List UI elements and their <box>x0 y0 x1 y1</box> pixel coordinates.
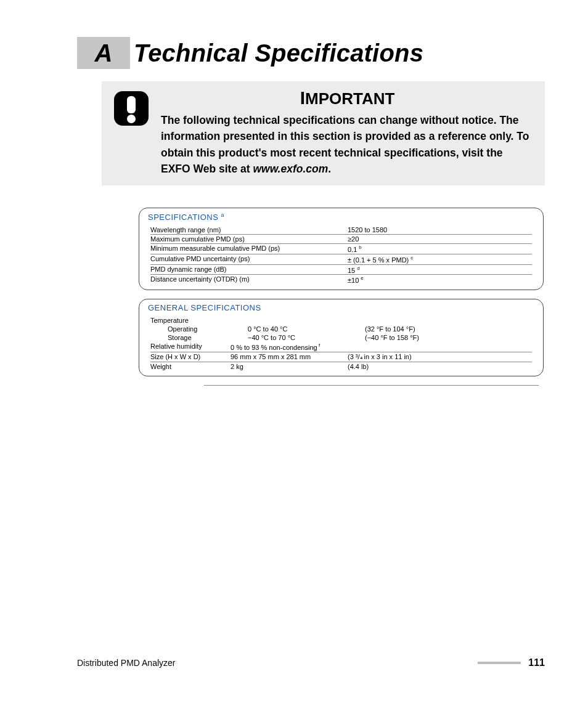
table-row: Size (H x W x D)96 mm x 75 mm x 281 mm(3… <box>150 352 532 362</box>
table-row: Wavelength range (nm)1520 to 1580 <box>150 225 532 235</box>
specifications-table: SPECIFICATIONS a Wavelength range (nm)15… <box>139 208 544 290</box>
spec-table-title: GENERAL SPECIFICATIONS <box>148 303 536 312</box>
footer-doc-title: Distributed PMD Analyzer <box>77 658 478 668</box>
table-row: Distance uncertainty (OTDR) (m)±10 e <box>150 275 532 285</box>
divider <box>204 385 539 386</box>
page-footer: Distributed PMD Analyzer 111 <box>77 657 545 668</box>
spec-table-title: SPECIFICATIONS a <box>148 212 536 222</box>
general-specifications-table: GENERAL SPECIFICATIONS Temperature Opera… <box>139 299 544 376</box>
table-row: Minimum measurable cumulative PMD (ps)0.… <box>150 244 532 254</box>
footer-bar <box>478 662 521 664</box>
table-row: Temperature <box>150 316 532 325</box>
important-icon <box>113 87 150 177</box>
important-text: The following technical specifications c… <box>161 112 534 177</box>
page-heading: A Technical Specifications <box>77 37 545 69</box>
table-row: Weight2 kg(4.4 lb) <box>150 362 532 371</box>
table-row: Operating0 °C to 40 °C(32 °F to 104 °F) <box>150 325 532 333</box>
table-row: Maximum cumulative PMD (ps)≥20 <box>150 235 532 244</box>
svg-rect-1 <box>127 96 136 113</box>
page-title: Technical Specifications <box>134 39 423 67</box>
important-callout: IMPORTANT The following technical specif… <box>102 81 545 185</box>
spec-rows: Wavelength range (nm)1520 to 1580Maximum… <box>147 225 536 285</box>
important-heading: IMPORTANT <box>161 87 534 108</box>
page-number: 111 <box>528 657 545 668</box>
svg-point-2 <box>127 115 136 123</box>
table-row: Cumulative PMD uncertainty (ps)± (0.1 + … <box>150 254 532 265</box>
appendix-badge: A <box>77 37 130 69</box>
table-row: PMD dynamic range (dB)15 d <box>150 265 532 275</box>
table-row: Relative humidity0 % to 93 % non-condens… <box>150 342 532 352</box>
table-row: Storage−40 °C to 70 °C(−40 °F to 158 °F) <box>150 333 532 342</box>
